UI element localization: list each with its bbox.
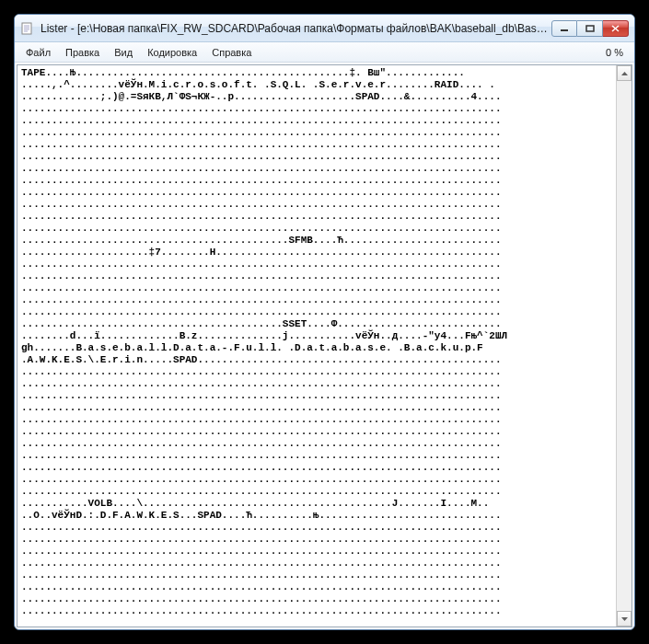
minimize-button[interactable] [551,20,577,37]
scroll-track[interactable] [617,81,632,611]
menu-view[interactable]: Вид [107,45,140,60]
menubar: Файл Правка Вид Кодировка Справка 0 % [15,42,634,63]
vertical-scrollbar[interactable] [616,65,632,627]
close-button[interactable] [603,20,629,37]
menu-file[interactable]: Файл [18,45,58,60]
file-text-content[interactable]: ТАРЕ....Њ...............................… [17,65,616,627]
menu-encoding[interactable]: Кодировка [140,45,204,60]
lister-window: Lister - [e:\Новая папка\FIX_RW_SDCARD\Р… [14,14,635,630]
maximize-button[interactable] [577,20,603,37]
status-percent: 0 % [606,47,631,58]
scroll-down-button[interactable] [617,611,632,627]
window-controls [551,20,629,37]
svg-rect-0 [22,23,31,34]
svg-rect-2 [586,26,594,31]
app-icon [20,21,35,36]
content-area: ТАРЕ....Њ...............................… [17,64,632,627]
scroll-up-button[interactable] [617,65,632,81]
menu-help[interactable]: Справка [204,45,259,60]
titlebar[interactable]: Lister - [e:\Новая папка\FIX_RW_SDCARD\Р… [15,15,634,42]
window-title: Lister - [e:\Новая папка\FIX_RW_SDCARD\Р… [41,22,551,35]
menu-edit[interactable]: Правка [58,45,107,60]
